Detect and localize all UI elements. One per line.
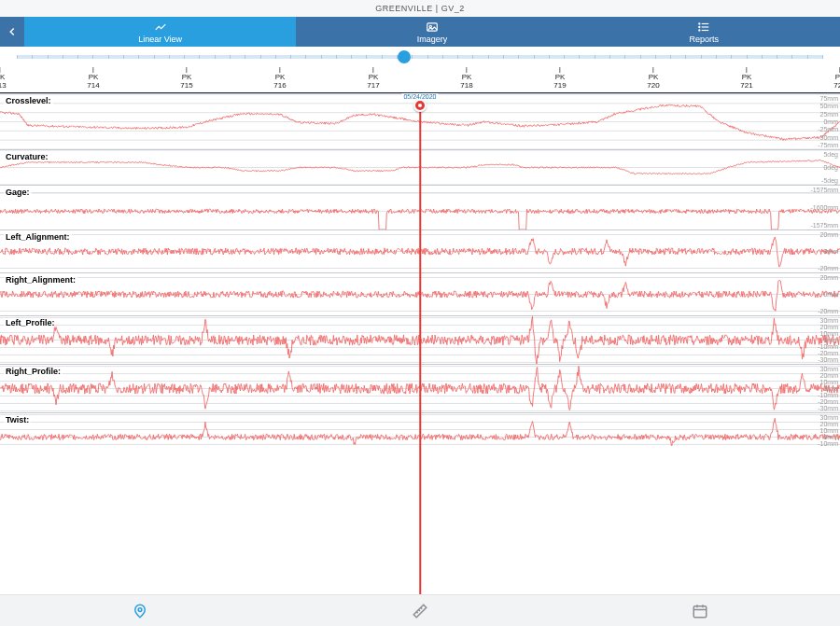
chart-panel-label: Left_Alignment: [4,232,72,242]
svg-point-6 [699,26,700,27]
pk-tick: PK719 [553,67,566,90]
charts-area[interactable]: 05/24/2020 Crosslevel:75mm50mm25mm0mm-25… [0,93,840,594]
tab-imagery[interactable]: Imagery [296,17,567,47]
y-axis-labels: 30mm20mm10mm0mm-10mm-20mm-30mm [818,365,838,412]
svg-point-5 [699,22,700,23]
linear-view-icon [154,21,167,34]
calendar-icon [692,603,708,619]
location-pin-icon [132,603,148,619]
tab-label: Imagery [417,35,448,44]
svg-line-48 [419,609,421,611]
tab-reports[interactable]: Reports [568,17,840,47]
y-axis-labels: 75mm50mm25mm0mm-25mm-50mm-75mm [818,94,838,149]
y-axis-labels: 20mm0mm-20mm [818,273,838,315]
imagery-icon [426,21,439,34]
y-axis-labels: 30mm20mm10mm0mm-10mm-20mm-30mm [818,316,838,364]
marker-pin-icon[interactable] [413,99,427,112]
pk-tick: PK720 [647,67,659,90]
bottom-nav [0,594,840,626]
svg-point-7 [699,29,700,30]
back-button[interactable] [0,17,24,47]
pk-tick: PK717 [367,67,379,90]
svg-rect-50 [693,605,707,617]
svg-point-46 [138,607,142,611]
svg-line-49 [421,607,423,609]
pk-axis: PK713PK714PK715PK716PK717PK718PK719PK720… [0,67,840,93]
nav-location-button[interactable] [127,598,153,624]
chart-panel-label: Curvature: [4,152,50,161]
y-axis-labels: 5deg0deg-5deg [821,150,838,185]
tab-linear-view[interactable]: Linear View [24,17,296,47]
marker-vertical-line [419,93,421,594]
chart-panel-label: Twist: [4,415,31,424]
ruler-icon [412,603,428,619]
y-axis-labels: 20mm0mm-20mm [818,230,838,272]
chart-panel-label: Left_Profile: [4,318,57,327]
app-title: GREENVILLE | GV_2 [0,0,840,17]
tab-label: Reports [690,35,720,44]
pk-tick: PK718 [460,67,472,90]
chart-panel-label: Crosslevel: [4,96,53,105]
svg-line-47 [416,611,418,613]
nav-calendar-button[interactable] [687,598,713,624]
pk-tick: PK721 [740,67,752,90]
chart-panel-label: Gage: [4,188,32,197]
pk-tick: PK722 [833,67,840,90]
timeline-slider[interactable] [17,55,823,59]
nav-ruler-button[interactable] [407,598,433,624]
y-axis-labels: -1575mm-1600mm-1575mm [810,186,838,230]
chart-panel-label: Right_Profile: [4,367,63,376]
tab-bar: Linear View Imagery Reports [0,17,840,47]
tab-label: Linear View [138,35,182,44]
y-axis-labels: 30mm20mm10mm0mm-10mm [818,413,838,446]
timeline-slider-handle[interactable] [398,50,411,63]
chart-panel-label: Right_Alignment: [4,275,77,285]
pk-tick: PK714 [87,67,99,90]
reports-icon [697,21,710,34]
pk-tick: PK716 [273,67,286,90]
pk-tick: PK713 [0,67,7,90]
pk-tick: PK715 [180,67,192,90]
timeline-slider-row [0,47,840,67]
